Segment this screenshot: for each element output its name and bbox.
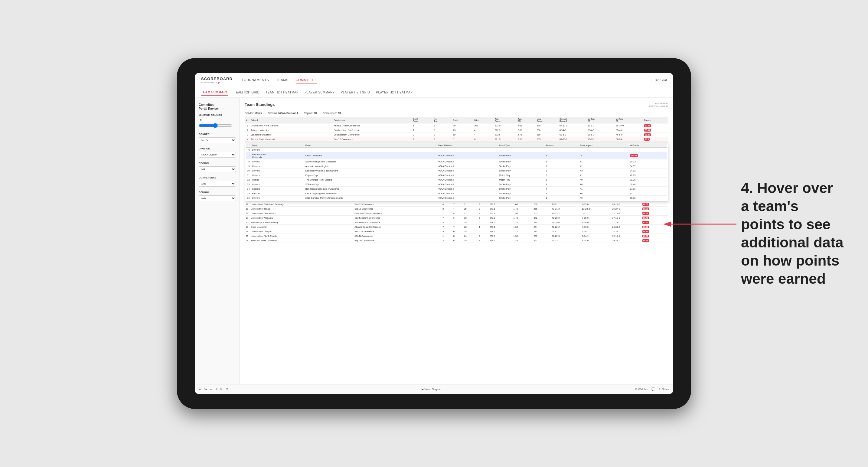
col-overall: OverallRecord bbox=[558, 117, 586, 123]
col-rnds: Rnds bbox=[452, 117, 473, 123]
sidebar-school: School (All) bbox=[199, 191, 236, 201]
comment-button[interactable]: 💬 bbox=[651, 387, 655, 391]
nav-committee[interactable]: COMMITTEE bbox=[296, 77, 317, 84]
col-points: Points bbox=[643, 117, 668, 123]
logo-sub: Powered by clippi bbox=[201, 81, 232, 84]
col-rank: # bbox=[245, 117, 249, 123]
share-button[interactable]: ⬆ Share bbox=[659, 388, 669, 391]
sign-out-link[interactable]: Sign out bbox=[655, 78, 667, 82]
table-row: 23 Duke University Atlantic Coast Confer… bbox=[245, 225, 668, 229]
table-row: 21 University of Alabama Southeastern Co… bbox=[245, 216, 668, 220]
list-item: 12 Florida I The Cypress Point Classic N… bbox=[246, 178, 667, 182]
filter-region: Region: All bbox=[304, 112, 317, 115]
tooltip-table: Team Event Event Division Event Type Rou… bbox=[246, 143, 667, 200]
list-item: 16 Univers 2023 Sahalee Players Champion… bbox=[246, 196, 667, 200]
list-item: 14 Georgia Ben Hogan Collegiate Invitati… bbox=[246, 187, 667, 191]
sidebar-gender: Gender Men's Women's bbox=[199, 133, 236, 143]
region-select[interactable]: N/A All bbox=[199, 166, 236, 172]
nav-bar: SCOREBOARD Powered by clippi TOURNAMENTS… bbox=[195, 73, 673, 87]
copy-button[interactable]: ⧉ bbox=[216, 388, 217, 391]
committee-header: Team Standings Update time: 13/03/2024 1… bbox=[245, 102, 668, 108]
col-vs50: Vs Top50 bbox=[615, 117, 643, 123]
tab-player-summary[interactable]: PLAYER SUMMARY bbox=[305, 90, 335, 95]
filter-gender: Gender: Men's bbox=[245, 112, 262, 115]
tab-team-h2h-grid[interactable]: TEAM H2H GRID bbox=[234, 90, 259, 95]
col-avg-sg: Avg.SG bbox=[516, 117, 535, 123]
view-original-btn[interactable]: ▶ View: Original bbox=[422, 388, 441, 391]
table-row: 18 University of California, Berkeley Pa… bbox=[245, 202, 668, 207]
tablet-screen: SCOREBOARD Powered by clippi TOURNAMENTS… bbox=[195, 73, 673, 394]
sidebar-division: Division NCAA Division I NCAA Division I… bbox=[199, 147, 236, 158]
table-row-highlighted: 4 Arizona State University Pac-12 Confer… bbox=[245, 137, 668, 142]
update-time: Update time: 13/03/2024 10:03:42 bbox=[647, 102, 668, 108]
gender-select[interactable]: Men's Women's bbox=[199, 137, 236, 143]
toolbar-left: ↩ ↪ ← ⧉ ⊕ · ⏱ bbox=[199, 387, 228, 392]
back-button[interactable]: ← bbox=[210, 387, 213, 392]
list-item: 10 Univers National Invitational Tournam… bbox=[246, 168, 667, 173]
sub-nav: TEAM SUMMARY TEAM H2H GRID TEAM H2H HEAT… bbox=[195, 87, 673, 98]
sidebar-region: Region N/A All bbox=[199, 162, 236, 172]
list-item: 6 Univers bbox=[246, 148, 667, 152]
col-school: School bbox=[249, 117, 332, 123]
nav-divider: | bbox=[651, 78, 652, 82]
toolbar-right: 👁 Watch ▾ 💬 ⬆ Share bbox=[634, 387, 669, 391]
list-item: 8 Univers Southern Highlands Collegiate … bbox=[246, 159, 667, 164]
list-item: 7 Arizona StateUniversity Celtic Collegi… bbox=[246, 152, 667, 159]
division-select[interactable]: NCAA Division I NCAA Division II NCAA Di… bbox=[199, 152, 236, 158]
clock-button[interactable]: ⏱ bbox=[226, 388, 228, 391]
bottom-toolbar: ↩ ↪ ← ⧉ ⊕ · ⏱ ▶ View: Original 👁 Watch ▾… bbox=[195, 384, 673, 394]
col-conf-rank: ConfRank bbox=[412, 117, 433, 123]
tablet-frame: SCOREBOARD Powered by clippi TOURNAMENTS… bbox=[177, 58, 691, 409]
tab-team-summary[interactable]: TEAM SUMMARY bbox=[201, 89, 228, 96]
table-row: 25 University of North Florida ASUN Conf… bbox=[245, 234, 668, 238]
conference-select[interactable]: (All) bbox=[199, 181, 236, 187]
min-rounds-slider[interactable] bbox=[199, 123, 232, 128]
school-select[interactable]: (All) bbox=[199, 195, 236, 201]
standings-table: # School Conference ConfRank NoTour Rnds… bbox=[245, 117, 668, 142]
annotation-text: 4. Hover over a team's points to see add… bbox=[741, 179, 844, 288]
nav-items: TOURNAMENTS TEAMS COMMITTEE bbox=[242, 77, 651, 84]
main-content: CommitteePortal Review Minimum Rounds Ge… bbox=[195, 98, 673, 384]
sidebar: CommitteePortal Review Minimum Rounds Ge… bbox=[195, 98, 240, 384]
content-panel: Team Standings Update time: 13/03/2024 1… bbox=[240, 98, 673, 384]
sidebar-conference: Conference (All) bbox=[199, 176, 236, 187]
table-row: 20 University of New Mexico Mountain Wes… bbox=[245, 211, 668, 216]
more-button[interactable]: ⊕ · bbox=[220, 388, 223, 391]
tab-player-h2h-grid[interactable]: PLAYER H2H GRID bbox=[341, 90, 370, 95]
standings-table-bottom: 18 University of California, Berkeley Pa… bbox=[245, 202, 668, 243]
table-row: 19 University of Texas Big 12 Conference… bbox=[245, 207, 668, 211]
standings-title-block: Team Standings bbox=[245, 102, 275, 108]
tooltip-header: Team Event Event Division Event Type Rou… bbox=[246, 143, 667, 148]
watch-button[interactable]: 👁 Watch ▾ bbox=[634, 388, 648, 391]
list-item: 15 East Ter OFCC Fighting Illini Invitat… bbox=[246, 191, 667, 196]
table-row: 22 Mississippi State University Southeas… bbox=[245, 220, 668, 225]
list-item: 13 Univers Williams Cup NCAA Division I … bbox=[246, 182, 667, 187]
filter-division: Division: NCAA Division I bbox=[268, 112, 298, 115]
table-row: 1 University of North Carolina Atlantic … bbox=[245, 123, 668, 128]
min-rounds-input[interactable] bbox=[199, 118, 215, 122]
undo-button[interactable]: ↩ bbox=[199, 387, 202, 392]
tab-team-h2h-heatmap[interactable]: TEAM H2H HEATMAP bbox=[266, 90, 299, 95]
table-row: 2 Auburn University Southeastern Confere… bbox=[245, 128, 668, 132]
table-row: 24 University of Oregon Pac-12 Conferenc… bbox=[245, 229, 668, 234]
logo-title: SCOREBOARD bbox=[201, 76, 232, 81]
table-header-row: # School Conference ConfRank NoTour Rnds… bbox=[245, 117, 668, 123]
points-tooltip: Team Event Event Division Event Type Rou… bbox=[245, 142, 668, 201]
sidebar-min-rounds: Minimum Rounds bbox=[199, 114, 236, 129]
redo-button[interactable]: ↪ bbox=[204, 387, 207, 392]
col-no-tour: NoTour bbox=[433, 117, 452, 123]
list-item: 11 Univers Copper Cup NCAA Division I Ma… bbox=[246, 173, 667, 178]
nav-tournaments[interactable]: TOURNAMENTS bbox=[242, 77, 269, 84]
filter-row: Gender: Men's Division: NCAA Division I … bbox=[245, 112, 668, 115]
col-adj-score: Adj.Score bbox=[494, 117, 517, 123]
filter-conference: Conference: All bbox=[323, 112, 341, 115]
logo: SCOREBOARD Powered by clippi bbox=[201, 76, 232, 84]
col-wins: Wins bbox=[473, 117, 494, 123]
tab-player-h2h-heatmap[interactable]: PLAYER H2H HEATMAP bbox=[376, 90, 412, 95]
col-low-score: LowScore bbox=[535, 117, 558, 123]
col-conference: Conference bbox=[332, 117, 412, 123]
red-arrow bbox=[658, 212, 743, 236]
team-standings-title: Team Standings bbox=[245, 102, 275, 107]
list-item: 9 Univers Amer An Intercollegiate NCAA D… bbox=[246, 164, 667, 168]
nav-teams[interactable]: TEAMS bbox=[276, 77, 288, 84]
